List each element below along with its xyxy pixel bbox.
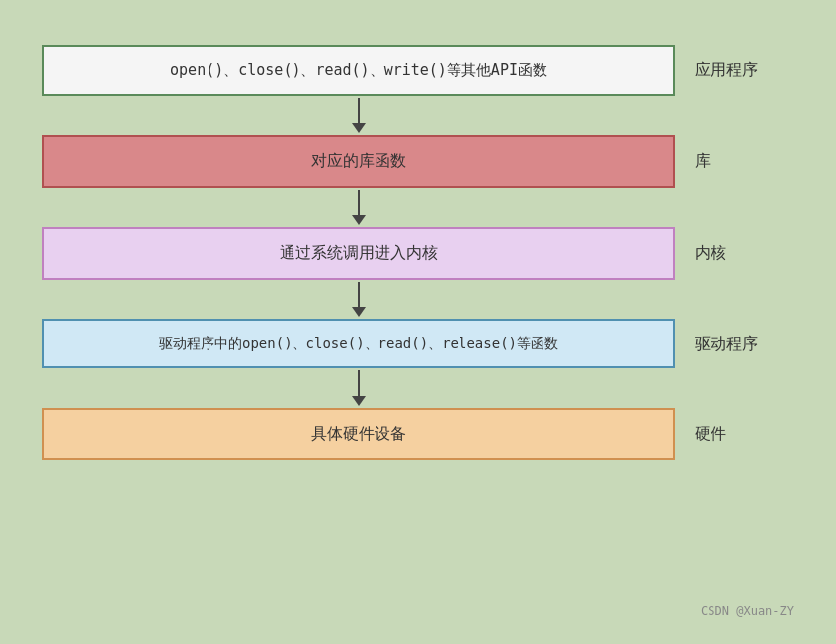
- arrow-1-head: [352, 123, 366, 133]
- watermark: CSDN @Xuan-ZY: [701, 604, 794, 618]
- lib-label: 库: [695, 151, 711, 172]
- arrow-4-head: [352, 396, 366, 406]
- app-label: 应用程序: [695, 60, 758, 81]
- arrow-2-shape: [352, 190, 366, 225]
- arrow-4-shape: [352, 370, 366, 406]
- arrow-4: [42, 368, 675, 408]
- arrow-2-line: [358, 190, 360, 215]
- arrow-2: [42, 188, 675, 227]
- arrow-3-line: [358, 282, 360, 307]
- driver-box-text: 驱动程序中的open()、close()、read()、release()等函数: [159, 335, 558, 353]
- lib-box-text: 对应的库函数: [311, 151, 406, 172]
- kernel-box-text: 通过系统调用进入内核: [280, 243, 438, 264]
- arrow-3-shape: [352, 282, 366, 317]
- arrow-3-head: [352, 307, 366, 317]
- arrow-1-shape: [352, 98, 366, 133]
- arrow-1-line: [358, 98, 360, 123]
- arrow-4-line: [358, 370, 360, 396]
- kernel-box: 通过系统调用进入内核: [42, 227, 675, 280]
- hardware-label: 硬件: [695, 424, 726, 444]
- driver-label: 驱动程序: [695, 334, 758, 355]
- arrow-1: [42, 96, 675, 135]
- hardware-row: 具体硬件设备 硬件: [42, 408, 794, 460]
- driver-box: 驱动程序中的open()、close()、read()、release()等函数: [42, 319, 675, 368]
- app-box-text: open()、close()、read()、write()等其他API函数: [170, 61, 547, 80]
- hardware-box: 具体硬件设备: [42, 408, 675, 460]
- app-row: open()、close()、read()、write()等其他API函数 应用…: [42, 45, 794, 96]
- app-box: open()、close()、read()、write()等其他API函数: [42, 45, 675, 96]
- arrow-2-head: [352, 215, 366, 225]
- driver-row: 驱动程序中的open()、close()、read()、release()等函数…: [42, 319, 794, 368]
- kernel-row: 通过系统调用进入内核 内核: [42, 227, 794, 280]
- lib-box: 对应的库函数: [42, 135, 675, 188]
- kernel-label: 内核: [695, 243, 726, 264]
- lib-row: 对应的库函数 库: [42, 135, 794, 188]
- arrow-3: [42, 280, 675, 319]
- hardware-box-text: 具体硬件设备: [311, 424, 406, 444]
- diagram-container: open()、close()、read()、write()等其他API函数 应用…: [23, 16, 813, 628]
